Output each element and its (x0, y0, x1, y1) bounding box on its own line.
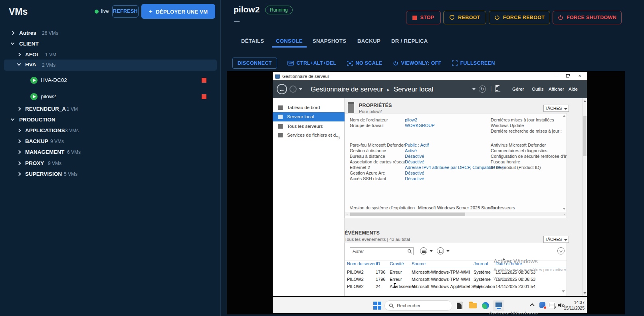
sidebar-item-afoi[interactable]: AFOI 1 VM (0, 50, 221, 60)
nav-item-file-services[interactable]: Services de fichiers et d...▷ (273, 131, 345, 140)
file-explorer-icon[interactable] (468, 301, 478, 310)
horizontal-scrollbar[interactable]: ‹ › (345, 212, 566, 216)
ctrl-alt-del-button[interactable]: CTRL+ALT+DEL (287, 60, 337, 66)
tab-details[interactable]: DÉTAILS (237, 36, 268, 48)
remote-desktop-screen[interactable]: Gestionnaire de serveur – × ← → Gestionn… (273, 72, 587, 314)
scroll-down-icon[interactable] (563, 208, 566, 210)
forward-button[interactable]: → (289, 85, 297, 93)
force-reboot-icon (494, 15, 500, 20)
viewonly-toggle[interactable]: VIEWONLY: OFF (393, 60, 442, 66)
force-reboot-button[interactable]: FORCE REBOOT (489, 11, 550, 24)
disconnect-button[interactable]: DISCONNECT (232, 58, 277, 69)
save-query-button[interactable] (437, 247, 444, 254)
menu-gerer[interactable]: Gérer (512, 80, 524, 98)
force-shutdown-button[interactable]: FORCE SHUTDOWN (553, 11, 622, 24)
prop-value-link[interactable]: Activé (405, 148, 417, 153)
dropdown-arrow-icon[interactable] (430, 250, 433, 252)
menu-afficher[interactable]: Afficher (549, 80, 564, 98)
scroll-left-icon[interactable]: ‹ (347, 213, 348, 217)
taskbar-clock[interactable]: 14:37 15/11/2025 (564, 300, 585, 311)
sidebar-item-production[interactable]: PRODUCTION (0, 115, 221, 125)
prop-value-link[interactable]: Adresse IPv4 attribuée par DHCP, Compati… (405, 165, 505, 170)
no-scale-button[interactable]: NO SCALE (347, 60, 382, 66)
prop-value-link[interactable]: Désactivé (405, 171, 424, 175)
stop-button[interactable]: STOP (406, 11, 441, 24)
col-source[interactable]: Source (412, 261, 426, 266)
collapse-section-button[interactable] (557, 247, 565, 254)
sidebar-item-proxy[interactable]: PROXY 9 VMs (0, 158, 221, 169)
tray-overflow-chevron[interactable] (530, 303, 534, 308)
prop-value-link[interactable]: Désactivé (405, 154, 424, 159)
vnc-console-viewport[interactable]: Gestionnaire de serveur – × ← → Gestionn… (227, 71, 625, 314)
taskbar-search[interactable]: Rechercher (384, 300, 452, 311)
col-severity[interactable]: Gravité (390, 261, 404, 266)
sidebar-item-hva[interactable]: HVA 2 VMs (4, 60, 217, 71)
maximize-button[interactable] (562, 72, 573, 80)
prop-value-link[interactable]: WORKGROUP (405, 123, 435, 128)
refresh-button[interactable]: REFRESH (112, 5, 139, 18)
tab-snapshots[interactable]: SNAPSHOTS (309, 36, 351, 48)
col-id[interactable]: ID (376, 261, 380, 266)
stop-vm-icon[interactable] (202, 94, 206, 99)
scroll-up-icon[interactable] (563, 115, 566, 117)
nav-item-all-servers[interactable]: Tous les serveurs (273, 122, 345, 131)
prop-value-link[interactable]: Public : Actif (405, 143, 429, 147)
server-manager-taskbar-icon[interactable] (493, 300, 504, 311)
deploy-vm-button[interactable]: +DÉPLOYER UNE VM (141, 4, 215, 19)
scope-dropdown-icon[interactable] (472, 88, 476, 90)
notifications-flag-icon[interactable] (495, 85, 496, 92)
events-filter-input[interactable] (350, 247, 414, 255)
tab-console[interactable]: CONSOLE (272, 36, 307, 48)
start-button[interactable] (373, 302, 381, 310)
prop-value-link[interactable]: pilow2 (405, 117, 417, 122)
scrollbar-thumb[interactable] (350, 213, 465, 216)
minimize-button[interactable]: – (551, 72, 562, 80)
expand-arrow-icon[interactable]: ▷ (338, 133, 341, 143)
prop-value-link[interactable]: Désactivé (405, 159, 424, 164)
close-button[interactable]: × (574, 72, 585, 80)
scrollbar-thumb[interactable] (583, 116, 587, 156)
window-vertical-scrollbar[interactable] (582, 98, 587, 296)
refresh-icon[interactable]: ↻ (479, 85, 486, 93)
menu-aide[interactable]: Aide (569, 80, 578, 98)
scroll-down-icon[interactable] (562, 290, 565, 292)
edge-browser-icon[interactable] (481, 301, 491, 310)
nav-history-dropdown-icon[interactable] (299, 88, 302, 90)
server-manager-app-icon (275, 74, 280, 79)
tab-dr-replica[interactable]: DR / REPLICA (387, 36, 432, 48)
server-manager-window[interactable]: Gestionnaire de serveur – × ← → Gestionn… (273, 72, 587, 296)
dropdown-arrow-icon[interactable] (446, 250, 450, 252)
server-manager-content: PROPRIÉTÉS Pour pilow2 TÂCHES Nom de l'o… (345, 98, 582, 296)
sidebar-item-hva-dc02[interactable]: HVA-DC02 (0, 73, 221, 89)
events-tasks-button[interactable]: TÂCHES (543, 236, 569, 243)
reboot-button[interactable]: REBOOT (443, 11, 486, 24)
notepad-taskbar-icon[interactable] (456, 301, 465, 310)
sidebar-item-revendeur-a[interactable]: REVENDEUR_A 1 VM (0, 104, 221, 114)
group-label: MANAGEMENT (25, 149, 64, 155)
menu-outils[interactable]: Outils (532, 80, 543, 98)
sidebar-item-supervision[interactable]: SUPERVISION 5 VMs (0, 169, 221, 179)
tray-display-icon[interactable] (549, 303, 555, 307)
sidebar-item-backup[interactable]: BACKUP 9 VMs (0, 136, 221, 147)
prop-label: Groupe de travail (350, 123, 383, 128)
tray-app-badge-icon[interactable] (539, 302, 545, 308)
filter-options-button[interactable] (420, 247, 427, 254)
sidebar-item-autres[interactable]: Autres 26 VMs (0, 28, 221, 38)
window-titlebar[interactable]: Gestionnaire de serveur – × (273, 72, 587, 80)
tab-backup[interactable]: BACKUP (353, 36, 384, 48)
col-server-name[interactable]: Nom du serveur (347, 261, 378, 266)
nav-item-dashboard[interactable]: Tableau de bord (273, 103, 345, 112)
sidebar-item-management[interactable]: MANAGEMENT 6 VMs (0, 147, 221, 157)
fullscreen-button[interactable]: FULLSCREEN (452, 60, 495, 66)
sidebar-item-pilow2[interactable]: pilow2 (0, 89, 221, 105)
stop-vm-icon[interactable] (202, 78, 206, 83)
prop-value-link[interactable]: Désactivé (405, 176, 424, 181)
nav-item-local-server[interactable]: Serveur local (273, 112, 345, 121)
properties-tasks-button[interactable]: TÂCHES (543, 105, 569, 112)
col-journal[interactable]: Journal (474, 261, 488, 266)
sidebar-item-client[interactable]: CLIENT (0, 39, 221, 49)
sidebar-item-applications[interactable]: APPLICATIONS 3 VMs (0, 125, 221, 136)
back-button[interactable]: ← (277, 84, 287, 94)
scroll-right-icon[interactable]: › (564, 213, 565, 217)
breadcrumb-root[interactable]: Gestionnaire de serveur (311, 85, 383, 93)
